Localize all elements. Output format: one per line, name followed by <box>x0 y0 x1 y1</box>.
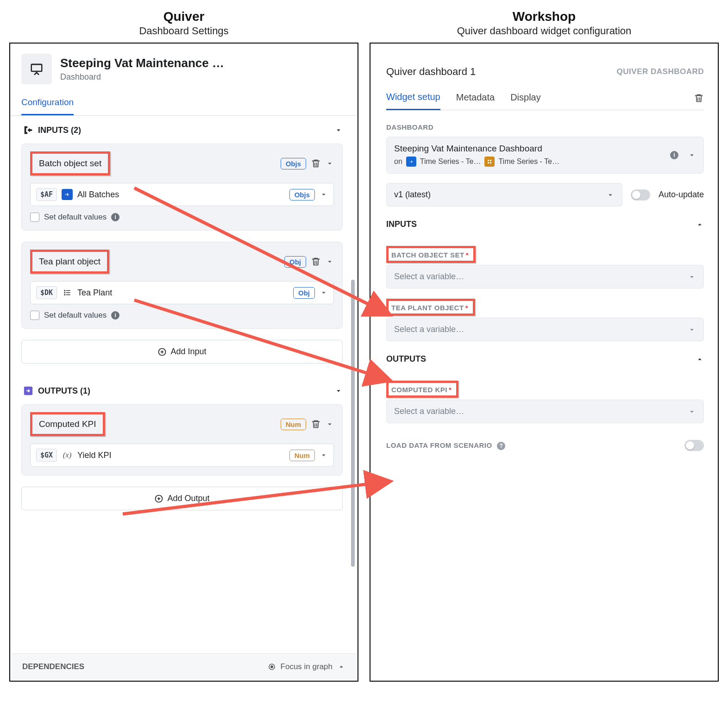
collapse-input-button[interactable] <box>326 257 334 266</box>
collapse-output-button[interactable] <box>326 420 334 428</box>
svg-rect-6 <box>66 295 70 295</box>
svg-rect-15 <box>490 162 491 163</box>
type-tag-num: Num <box>281 419 306 430</box>
input-variable-selector[interactable]: $AF All Batches Objs <box>30 183 334 206</box>
var-label: All Batches <box>77 190 285 200</box>
ws-outputs-header[interactable]: OUTPUTS <box>386 354 704 364</box>
var-label: Tea Plant <box>77 288 289 298</box>
tab-metadata[interactable]: Metadata <box>456 88 495 109</box>
tea-plant-object-select[interactable]: Select a variable… <box>386 318 704 341</box>
outputs-section-header[interactable]: OUTPUTS (1) <box>21 376 356 404</box>
caret-down-icon[interactable] <box>688 151 696 159</box>
var-label: Yield KPI <box>77 451 285 460</box>
info-icon[interactable]: i <box>670 151 678 159</box>
dependencies-label[interactable]: DEPENDENCIES <box>22 662 84 671</box>
caret-down-icon[interactable] <box>320 451 328 459</box>
input-arrow-icon <box>23 125 33 135</box>
info-icon[interactable]: i <box>111 311 119 320</box>
list-icon <box>62 287 73 298</box>
tab-display[interactable]: Display <box>510 88 541 109</box>
dashboard-section-label: DASHBOARD <box>386 123 704 131</box>
chevron-down-icon <box>334 387 343 395</box>
right-heading-app: Workshop <box>370 9 719 24</box>
series-chip-icon <box>484 157 495 167</box>
add-input-button[interactable]: Add Input <box>21 340 343 364</box>
plus-circle-icon <box>154 494 163 503</box>
delete-output-button[interactable] <box>311 419 321 429</box>
trash-icon <box>311 257 321 267</box>
auto-update-toggle[interactable] <box>631 189 650 201</box>
set-default-checkbox[interactable] <box>30 311 39 320</box>
batch-object-set-select[interactable]: Select a variable… <box>386 265 704 288</box>
input-field-label: TEA PLANT OBJECT* <box>386 299 475 316</box>
add-output-button[interactable]: Add Output <box>21 487 343 510</box>
tab-widget-setup[interactable]: Widget setup <box>386 88 440 110</box>
series-chip-icon <box>406 157 416 167</box>
type-tag-obj: Obj <box>284 256 306 268</box>
inputs-section-header[interactable]: INPUTS (2) <box>21 116 356 144</box>
input-card: Tea plant object Obj $DK <box>21 242 343 329</box>
fx-icon: (x) <box>62 450 73 461</box>
output-title[interactable]: Computed KPI <box>30 412 105 436</box>
collapse-input-button[interactable] <box>326 159 334 168</box>
caret-down-icon[interactable] <box>320 190 328 199</box>
svg-rect-4 <box>66 290 70 291</box>
outputs-header-text: OUTPUTS (1) <box>38 386 90 396</box>
chevron-down-icon <box>334 126 343 134</box>
delete-input-button[interactable] <box>311 158 321 169</box>
arrow-right-icon <box>62 189 73 200</box>
inputs-header-text: INPUTS (2) <box>38 125 81 135</box>
caret-down-icon <box>688 407 696 416</box>
focus-in-graph-button[interactable]: Focus in graph <box>281 662 333 671</box>
svg-point-2 <box>64 292 65 294</box>
ws-inputs-header-text: INPUTS <box>386 219 417 229</box>
tab-configuration[interactable]: Configuration <box>21 93 74 115</box>
svg-rect-5 <box>66 292 70 293</box>
var-code: $GX <box>36 449 57 462</box>
select-placeholder: Select a variable… <box>394 325 464 334</box>
output-variable-selector[interactable]: $GX (x) Yield KPI Num <box>30 444 334 467</box>
computed-kpi-select[interactable]: Select a variable… <box>386 400 704 423</box>
var-code: $DK <box>36 286 57 299</box>
add-input-label: Add Input <box>170 347 206 357</box>
presentation-icon <box>21 54 52 84</box>
delete-widget-button[interactable] <box>694 93 704 105</box>
left-heading-app: Quiver <box>9 9 358 24</box>
target-icon <box>268 663 276 671</box>
trash-icon <box>311 158 321 169</box>
version-value: v1 (latest) <box>394 190 431 200</box>
chevron-up-icon <box>696 220 704 229</box>
svg-rect-12 <box>488 160 489 161</box>
select-placeholder: Select a variable… <box>394 272 464 282</box>
scenario-label: LOAD DATA FROM SCENARIO <box>386 441 492 449</box>
widget-type-label: QUIVER DASHBOARD <box>617 67 704 76</box>
input-title[interactable]: Batch object set <box>30 151 110 176</box>
chevron-down-icon <box>326 420 334 428</box>
delete-input-button[interactable] <box>311 257 321 267</box>
output-card: Computed KPI Num $GX <box>21 404 343 476</box>
set-default-label: Set default values <box>44 311 107 320</box>
scrollbar[interactable] <box>350 122 355 651</box>
chevron-up-icon[interactable] <box>337 663 345 671</box>
input-title[interactable]: Tea plant object <box>30 250 109 274</box>
caret-down-icon[interactable] <box>320 288 328 297</box>
info-icon[interactable]: i <box>111 213 119 221</box>
input-variable-selector[interactable]: $DK Tea Plant Obj <box>30 281 334 304</box>
input-card: Batch object set Objs $AF <box>21 144 343 231</box>
caret-down-icon <box>688 326 696 334</box>
help-icon[interactable]: ? <box>497 442 505 450</box>
left-heading-sub: Dashboard Settings <box>9 25 358 37</box>
trash-icon <box>694 93 704 103</box>
version-select[interactable]: v1 (latest) <box>386 183 622 207</box>
value-type-tag: Obj <box>293 287 315 299</box>
trash-icon <box>311 419 321 429</box>
caret-down-icon <box>688 273 696 281</box>
svg-point-1 <box>64 290 65 291</box>
input-field-label: BATCH OBJECT SET* <box>386 246 476 263</box>
right-heading-sub: Quiver dashboard widget configuration <box>370 25 719 37</box>
set-default-checkbox[interactable] <box>30 213 39 222</box>
scenario-toggle[interactable] <box>684 440 704 451</box>
ws-inputs-header[interactable]: INPUTS <box>386 219 704 229</box>
chevron-down-icon <box>326 159 334 168</box>
chevron-up-icon <box>696 355 704 364</box>
